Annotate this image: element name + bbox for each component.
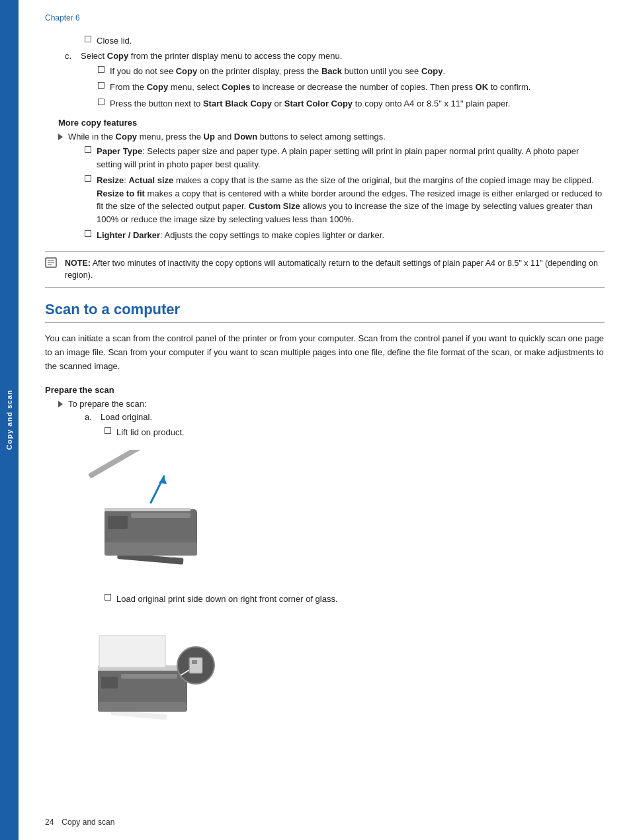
step-a-text: Load original. xyxy=(101,412,152,422)
bullet-c2-text: From the Copy menu, select Copies to inc… xyxy=(110,81,605,94)
bullet-sq-icon xyxy=(85,230,91,237)
feature-paper-type: Paper Type: Selects paper size and paper… xyxy=(45,145,605,171)
svg-rect-19 xyxy=(121,674,177,679)
bullet-square-icon xyxy=(85,36,91,42)
bullet-sq-icon xyxy=(85,146,91,153)
more-copy-features-heading: More copy features xyxy=(45,118,605,128)
step-c-text: Select Copy from the printer display men… xyxy=(81,51,342,61)
step-c-label: c. xyxy=(65,51,75,61)
svg-rect-6 xyxy=(105,508,190,511)
svg-rect-16 xyxy=(99,636,165,667)
bullet-close-lid: Close lid. xyxy=(45,34,605,48)
step-c-item: c. Select Copy from the printer display … xyxy=(45,51,605,61)
printer-svg-1 xyxy=(85,450,217,582)
triangle-icon xyxy=(58,134,63,140)
tri-prepare: To prepare the scan: xyxy=(45,399,605,409)
close-lid-text: Close lid. xyxy=(97,34,605,48)
triangle-icon xyxy=(58,401,63,407)
printer-illustration-1 xyxy=(85,450,605,582)
feature-lighter-darker: Lighter / Darker: Adjusts the copy setti… xyxy=(45,229,605,242)
lighter-darker-text: Lighter / Darker: Adjusts the copy setti… xyxy=(97,229,605,242)
page-footer: 24 Copy and scan xyxy=(45,818,605,827)
svg-rect-23 xyxy=(192,660,197,664)
svg-rect-12 xyxy=(131,513,190,518)
bullet-sq-icon xyxy=(105,427,111,434)
svg-rect-11 xyxy=(108,516,128,529)
footer-page-number: 24 xyxy=(45,818,54,827)
bullet-c1-text: If you do not see Copy on the printer di… xyxy=(110,65,605,78)
paper-type-text: Paper Type: Selects paper size and paper… xyxy=(97,145,605,171)
bullet-sq-icon xyxy=(98,66,105,73)
bullet-sq-icon xyxy=(98,82,105,89)
bullet-c3: Press the button next to Start Black Cop… xyxy=(45,97,605,110)
sidebar-label: Copy and scan xyxy=(5,390,13,450)
lift-lid-text: Lift lid on product. xyxy=(116,426,605,439)
feature-resize: Resize: Actual size makes a copy that is… xyxy=(45,174,605,226)
svg-rect-20 xyxy=(98,702,187,712)
load-original-text: Load original print side down on right f… xyxy=(116,593,605,606)
step-a-label: a. xyxy=(85,412,95,422)
resize-text: Resize: Actual size makes a copy that is… xyxy=(97,174,605,226)
printer-illustration-2 xyxy=(85,616,605,738)
svg-rect-18 xyxy=(101,677,118,689)
chapter-header: Chapter 6 xyxy=(45,13,605,22)
tri-copy-menu: While in the Copy menu, press the Up and… xyxy=(45,132,605,142)
note-box: NOTE: After two minutes of inactivity th… xyxy=(45,251,605,288)
sidebar: Copy and scan xyxy=(0,0,19,840)
tri-prepare-text: To prepare the scan: xyxy=(68,399,147,409)
note-document-icon xyxy=(45,257,60,269)
bullet-c1: If you do not see Copy on the printer di… xyxy=(45,65,605,78)
svg-rect-22 xyxy=(189,657,202,673)
main-content: Chapter 6 Close lid. c. Select Copy from… xyxy=(19,0,631,840)
prepare-scan-heading: Prepare the scan xyxy=(45,385,605,395)
scan-intro: You can initiate a scan from the control… xyxy=(45,332,605,373)
step-a-item: a. Load original. xyxy=(45,412,605,422)
bullet-lift-lid: Lift lid on product. xyxy=(45,426,605,439)
svg-rect-13 xyxy=(105,542,197,556)
printer-svg-2 xyxy=(85,616,230,738)
bullet-c2: From the Copy menu, select Copies to inc… xyxy=(45,81,605,94)
bullet-load-original: Load original print side down on right f… xyxy=(45,593,605,606)
footer-label: Copy and scan xyxy=(62,818,114,827)
bullet-sq-icon xyxy=(105,594,111,601)
bullet-sq-icon xyxy=(98,99,105,105)
note-text: NOTE: After two minutes of inactivity th… xyxy=(65,257,605,282)
note-icon xyxy=(45,257,60,269)
bullet-sq-icon xyxy=(85,175,91,182)
svg-rect-5 xyxy=(88,450,165,479)
scan-title: Scan to a computer xyxy=(45,301,605,323)
bullet-c3-text: Press the button next to Start Black Cop… xyxy=(110,97,605,110)
tri-copy-text: While in the Copy menu, press the Up and… xyxy=(68,132,386,142)
